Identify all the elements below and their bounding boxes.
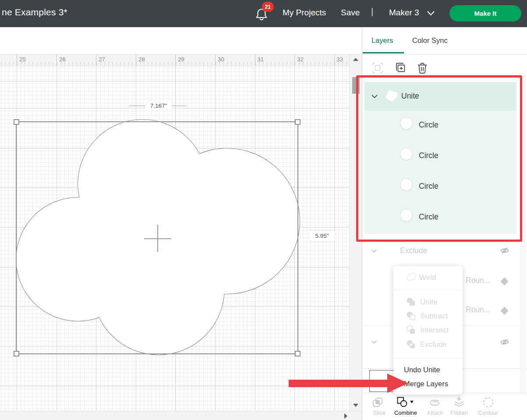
project-title: ne Examples 3* [2,7,67,18]
attach-button[interactable]: Attach [424,393,446,420]
layer-group-children: Circle Circle Circle Circle [364,111,516,234]
attach-icon [428,399,441,407]
canvas-vertical-scrollbar[interactable] [349,55,362,411]
scrollbar-thumb[interactable] [352,77,360,94]
collapse-chevron-icon[interactable] [371,93,378,100]
resize-handle-top-right[interactable] [295,119,301,125]
scroll-right-arrow-icon[interactable] [344,413,347,419]
menu-item-exclude[interactable]: Exclude [420,340,446,349]
layer-label: Circle [419,212,439,222]
make-it-button[interactable]: Make It [449,5,521,21]
layer-group-exclude[interactable]: Exclude [362,242,520,267]
layer-label: Circle [419,151,439,160]
exclude-icon [406,339,416,349]
layer-type-diamond-icon [500,277,508,285]
resize-handle-bottom-left[interactable] [14,351,19,356]
menu-item-merge-layers[interactable]: Merge Layers [404,380,448,388]
eye-hidden-icon[interactable] [500,247,509,254]
layer-group-unite[interactable]: Unite [364,82,516,111]
combine-button[interactable]: Combine [392,393,419,420]
layer-row-circle[interactable]: Circle [364,172,516,203]
layer-label: Roun... [466,276,490,285]
menu-item-unite[interactable]: Unite [420,298,438,307]
tab-color-sync[interactable]: Color Sync [412,36,448,45]
flatten-icon [453,396,465,408]
menu-item-intersect[interactable]: Intersect [420,326,449,335]
shape-width-label: 7.167" [145,102,172,109]
contour-label: Contour [475,409,501,416]
flatten-button[interactable]: Flatten [447,393,471,420]
notification-badge: 21 [262,2,274,12]
width-leader-line [129,106,145,106]
machine-selector[interactable]: Maker 3 [389,8,419,18]
select-all-icon[interactable] [372,62,383,74]
layer-group-label: Unite [401,92,419,101]
scroll-up-arrow-icon[interactable] [353,58,358,61]
combine-icon [396,396,408,408]
chevron-down-icon[interactable] [427,11,435,16]
menu-item-weld[interactable]: Weld [419,273,436,282]
layer-row-circle[interactable]: Circle [364,203,516,233]
layer-row-circle[interactable]: Circle [364,141,516,172]
ruler-number: 28 [138,56,145,63]
intersect-icon [406,325,416,335]
slice-button[interactable]: Slice [368,393,390,420]
scroll-down-arrow-icon[interactable] [353,404,358,407]
ruler-number: 25 [19,56,26,63]
edit-toolbar: Offset Size W 7.167 H 5.95 Rotate [0,27,362,54]
circle-thumbnail-icon [400,209,413,222]
flatten-label: Flatten [447,409,471,416]
unite-icon [406,297,416,307]
collapse-chevron-icon[interactable] [371,248,377,254]
nav-divider: | [371,7,373,17]
eye-hidden-icon[interactable] [500,338,509,346]
layer-label: Roun... [466,305,490,314]
contour-icon [482,396,494,408]
shape-center-cross [157,225,158,252]
ruler-number: 30 [218,56,224,63]
ruler-number: 31 [257,56,264,63]
menu-divider [393,290,463,290]
panel-scrollbar[interactable] [520,73,526,400]
attach-label: Attach [424,409,446,416]
horizontal-ruler: 25 26 27 28 29 30 31 32 33 [0,55,349,66]
tab-layers[interactable]: Layers [371,36,393,45]
circle-thumbnail-icon [400,117,413,130]
trash-icon[interactable] [417,62,428,74]
combine-caret-icon [410,401,414,403]
menu-item-undo-unite[interactable]: Undo Unite [404,366,440,374]
top-header: ne Examples 3* 21 My Projects Save | Mak… [0,0,527,27]
app-window: ne Examples 3* 21 My Projects Save | Mak… [0,0,527,420]
circle-thumbnail-icon [400,148,413,160]
layer-label: Circle [419,120,439,130]
collapse-chevron-icon[interactable] [371,339,377,345]
nav-save[interactable]: Save [341,8,360,18]
menu-item-subtract[interactable]: Subtract [420,312,448,321]
nav-my-projects[interactable]: My Projects [283,8,326,18]
canvas-horizontal-scrollbar[interactable] [0,411,362,420]
shape-height-label: 5.95" [309,231,335,241]
subtract-icon [406,311,416,321]
layer-type-diamond-icon [500,307,508,314]
layers-bottom-toolbar: Slice Combine Attach Flat [362,393,527,420]
resize-handle-top-left[interactable] [14,119,19,125]
circle-thumbnail-icon [400,178,413,191]
ruler-number: 29 [178,56,184,63]
resize-handle-bottom-right[interactable] [295,351,301,356]
quatrefoil-thumbnail-icon [385,89,400,102]
slice-icon [372,397,384,408]
annotation-arrow [289,380,388,387]
weld-icon [406,272,417,282]
combine-label: Combine [392,409,419,416]
width-leader-line [172,106,187,106]
layer-label: Circle [419,182,439,191]
layer-group-label: Exclude [400,246,427,255]
ruler-number: 32 [297,56,304,63]
layer-row-circle[interactable]: Circle [364,111,516,141]
duplicate-icon[interactable] [394,62,406,74]
ruler-number: 33 [336,56,343,63]
slice-label: Slice [368,409,390,416]
annotation-arrow-head [387,374,408,393]
contour-button[interactable]: Contour [475,393,501,420]
ruler-number: 27 [99,56,105,63]
